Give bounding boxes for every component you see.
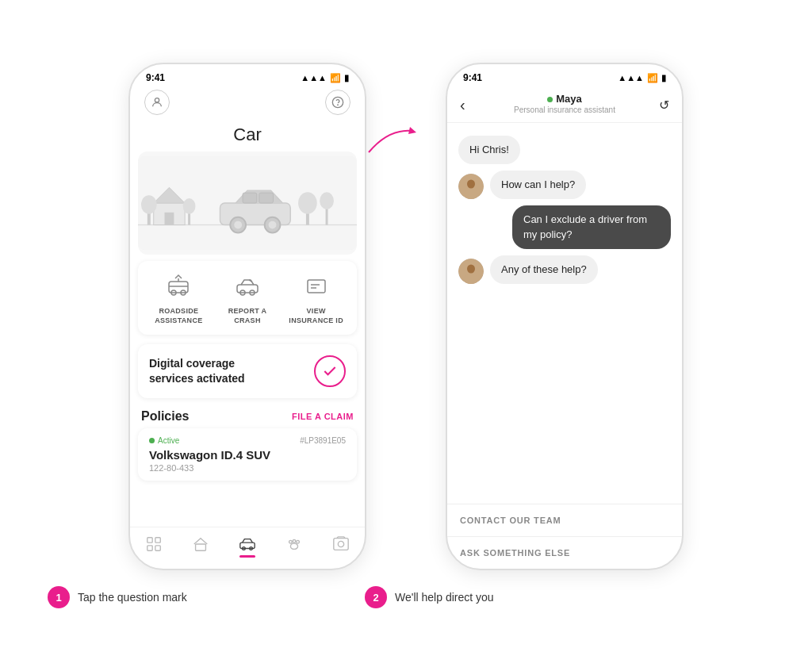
bubble-how-can-i-help: How can I help? — [490, 171, 586, 199]
policies-header: Policies FILE A CLAIM — [130, 401, 365, 428]
svg-point-48 — [467, 180, 475, 189]
svg-point-45 — [339, 541, 344, 546]
step-2-number: 2 — [365, 586, 387, 608]
policies-title: Policies — [141, 409, 189, 424]
policy-card[interactable]: Active #LP3891E05 Volkswagon ID.4 SUV 12… — [138, 428, 357, 481]
signal-icon2: ▲▲▲ — [618, 73, 644, 82]
step-1-text: Tap the question mark — [78, 591, 187, 604]
profile-icon[interactable] — [144, 90, 170, 115]
chat-message-2: How can I help? — [458, 171, 671, 199]
wifi-icon: 📶 — [330, 73, 341, 83]
wifi-icon2: 📶 — [647, 73, 658, 83]
svg-point-18 — [269, 221, 277, 229]
step-2: 2 We'll help direct you — [365, 586, 603, 608]
svg-rect-34 — [147, 546, 151, 550]
phone2-status-icons: ▲▲▲ 📶 ▮ — [618, 73, 666, 83]
svg-rect-35 — [155, 546, 159, 550]
active-dot — [149, 438, 155, 443]
bubble-hi-chris: Hi Chris! — [458, 136, 520, 164]
help-icon[interactable] — [325, 90, 350, 115]
phone1-status-bar: 9:41 ▲▲▲ 📶 ▮ — [130, 64, 365, 86]
chat-header: ‹ Maya Personal insurance assistant ↺ — [447, 86, 682, 123]
nav-house[interactable] — [192, 535, 209, 558]
svg-point-43 — [293, 540, 296, 543]
svg-point-11 — [183, 198, 196, 214]
crash-icon — [232, 270, 263, 302]
svg-rect-44 — [334, 539, 348, 550]
step-1-number: 1 — [48, 586, 70, 608]
crash-label: REPORT A CRASH — [228, 307, 267, 325]
report-crash-button[interactable]: REPORT A CRASH — [216, 270, 279, 325]
insurance-label: VIEW INSURANCE ID — [289, 307, 343, 325]
chat-message-4: Any of these help? — [458, 255, 671, 284]
phones-row: 9:41 ▲▲▲ 📶 ▮ — [128, 63, 684, 570]
bubble-any-of-these: Any of these help? — [490, 255, 598, 284]
arrow-annotation — [365, 125, 428, 159]
policy-number: 122-80-433 — [149, 463, 346, 473]
svg-rect-33 — [155, 538, 159, 543]
contact-team-button[interactable]: CONTACT OUR TEAM — [447, 504, 682, 536]
svg-point-40 — [291, 543, 298, 549]
maya-avatar-1 — [458, 174, 484, 199]
step-2-text: We'll help direct you — [395, 591, 494, 604]
main-container: 9:41 ▲▲▲ 📶 ▮ — [0, 47, 812, 624]
nav-active-indicator — [239, 555, 255, 558]
ask-something-button[interactable]: ASK SOMETHING ELSE — [447, 536, 682, 569]
chat-message-1: Hi Chris! — [458, 136, 671, 164]
nav-photo[interactable] — [332, 535, 350, 558]
policy-name: Volkswagon ID.4 SUV — [149, 448, 346, 462]
back-button[interactable]: ‹ — [460, 95, 465, 113]
svg-point-16 — [234, 221, 242, 229]
agent-info: Maya Personal insurance assistant — [460, 93, 669, 114]
svg-rect-13 — [243, 193, 257, 203]
svg-marker-46 — [408, 127, 416, 134]
insurance-id-button[interactable]: VIEW INSURANCE ID — [285, 270, 348, 325]
phone1-header — [130, 86, 365, 121]
coverage-banner: Digital coverage services activated — [138, 344, 357, 398]
coverage-check-icon[interactable] — [314, 355, 346, 387]
insurance-icon — [301, 270, 332, 302]
coverage-text: Digital coverage services activated — [149, 356, 245, 387]
nav-pets[interactable] — [285, 535, 303, 558]
step-1: 1 Tap the question mark — [48, 586, 285, 608]
steps-row: 1 Tap the question mark 2 We'll help dir… — [32, 586, 780, 608]
phone2-time: 9:41 — [463, 72, 482, 83]
nav-home[interactable] — [145, 535, 163, 558]
svg-point-42 — [297, 540, 300, 543]
phone1-time: 9:41 — [146, 72, 165, 83]
chat-body: Hi Chris! How can I — [447, 123, 682, 504]
phone1-content: Car — [130, 86, 365, 569]
policy-meta: Active #LP3891E05 — [149, 436, 346, 445]
svg-point-0 — [155, 98, 159, 102]
roadside-assistance-button[interactable]: ROADSIDE ASSISTANCE — [147, 270, 210, 325]
agent-name: Maya — [460, 93, 669, 105]
page-title: Car — [130, 121, 365, 151]
refresh-button[interactable]: ↺ — [659, 97, 669, 112]
active-badge: Active — [149, 436, 179, 445]
policy-id: #LP3891E05 — [300, 436, 346, 445]
online-dot — [547, 97, 553, 102]
active-status: Active — [158, 436, 179, 445]
svg-point-9 — [141, 195, 157, 214]
roadside-icon — [163, 270, 194, 302]
phone1-status-icons: ▲▲▲ 📶 ▮ — [301, 73, 349, 83]
svg-point-51 — [467, 264, 475, 273]
file-claim-button[interactable]: FILE A CLAIM — [292, 412, 354, 421]
bottom-nav — [130, 527, 365, 569]
signal-icon: ▲▲▲ — [301, 73, 327, 82]
svg-rect-7 — [165, 213, 174, 225]
battery-icon2: ▮ — [661, 73, 666, 83]
phone-1: 9:41 ▲▲▲ 📶 ▮ — [128, 63, 366, 570]
svg-rect-32 — [147, 538, 151, 543]
svg-rect-36 — [195, 544, 205, 550]
svg-point-41 — [289, 540, 293, 543]
battery-icon: ▮ — [344, 73, 349, 83]
phone-2: 9:41 ▲▲▲ 📶 ▮ ‹ Maya Personal insurance a… — [446, 63, 684, 570]
quick-actions: ROADSIDE ASSISTANCE REPOR — [138, 261, 357, 335]
svg-point-20 — [298, 192, 317, 214]
nav-car[interactable] — [239, 535, 256, 558]
svg-rect-14 — [259, 193, 274, 203]
phone2-status-bar: 9:41 ▲▲▲ 📶 ▮ — [447, 64, 682, 86]
bubble-user-question: Can I exclude a driver from my policy? — [512, 205, 671, 248]
contact-section: CONTACT OUR TEAM ASK SOMETHING ELSE — [447, 504, 682, 569]
